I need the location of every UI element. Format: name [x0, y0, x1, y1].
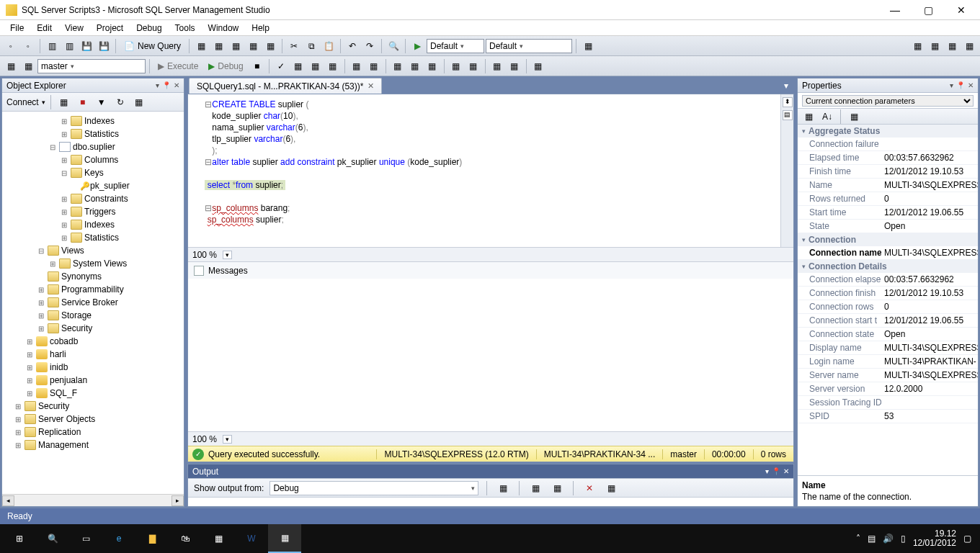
panel-dropdown-icon[interactable]: ▾ — [156, 81, 159, 89]
tray-network-icon[interactable]: ▤ — [868, 534, 876, 544]
property-row[interactable]: Connection start t12/01/2012 19.06.55 — [798, 314, 978, 328]
object-explorer-icon[interactable]: ▦ — [944, 38, 960, 54]
xmla-query-icon[interactable]: ▦ — [262, 38, 278, 54]
expand-icon[interactable]: ⊞ — [14, 428, 22, 436]
property-row[interactable]: Server version12.0.2000 — [798, 382, 978, 396]
property-row[interactable]: Display nameMULTI-34\SQLEXPRESS — [798, 341, 978, 355]
categorized-icon[interactable]: ▦ — [801, 109, 816, 125]
expand-icon[interactable]: ⊞ — [25, 377, 34, 385]
tree-node[interactable]: ⊞Security — [2, 400, 184, 413]
menu-window[interactable]: Window — [202, 22, 245, 35]
tree-node[interactable]: ⊞cobadb — [2, 335, 184, 348]
property-group[interactable]: ▾ Connection — [798, 233, 978, 246]
property-row[interactable]: Connection stateOpen — [798, 328, 978, 341]
props-pin-icon[interactable]: 📍 — [956, 81, 965, 89]
tab-dropdown-icon[interactable]: ▾ — [778, 78, 794, 94]
output-dropdown-icon[interactable]: ▾ — [765, 467, 769, 475]
uncomment-icon[interactable]: ▦ — [466, 58, 481, 74]
property-row[interactable]: Elapsed time00:03:57.6632962 — [798, 151, 978, 165]
alphabetical-icon[interactable]: A↓ — [819, 109, 835, 125]
expand-icon[interactable]: ⊞ — [37, 312, 45, 320]
undo-icon[interactable]: ↶ — [344, 38, 360, 54]
menu-project[interactable]: Project — [91, 22, 129, 35]
save-all-icon[interactable]: 💾 — [96, 38, 112, 54]
props-dropdown-icon[interactable]: ▾ — [950, 81, 953, 89]
tree-node[interactable]: ⊞Management — [2, 439, 184, 451]
change-connection-icon[interactable]: ▦ — [3, 58, 19, 74]
tree-node[interactable]: 🔑pk_suplier — [2, 179, 184, 192]
edge-icon[interactable]: e — [102, 524, 135, 553]
estimated-plan-icon[interactable]: ▦ — [290, 58, 306, 74]
debug-button[interactable]: ▶ Debug — [204, 61, 247, 71]
execute-button[interactable]: ▶ Execute — [153, 61, 202, 71]
expand-icon[interactable]: ⊞ — [14, 415, 22, 423]
results-file-icon[interactable]: ▦ — [424, 58, 440, 74]
app1-icon[interactable]: ▦ — [202, 524, 235, 553]
tree-node[interactable]: ⊞Indexes — [2, 218, 184, 231]
properties-grid[interactable]: ▾ Aggregate StatusConnection failureElap… — [798, 125, 978, 475]
properties-selector[interactable]: Current connection parameters — [798, 93, 978, 109]
property-row[interactable]: Connection rows0 — [798, 300, 978, 314]
db-engine-query-icon[interactable]: ▦ — [193, 38, 209, 54]
tray-volume-icon[interactable]: 🔊 — [883, 534, 894, 544]
expand-icon[interactable]: ⊟ — [60, 169, 68, 177]
template-browser-icon[interactable]: ▦ — [961, 38, 977, 54]
registered-servers-icon[interactable]: ▦ — [927, 38, 943, 54]
expand-icon[interactable]: ⊞ — [14, 403, 22, 410]
cut-icon[interactable]: ✂ — [286, 38, 302, 54]
property-row[interactable]: Connection failure — [798, 138, 978, 151]
tree-node[interactable]: ⊞Server Objects — [2, 413, 184, 426]
menu-debug[interactable]: Debug — [130, 22, 167, 35]
menu-view[interactable]: View — [59, 22, 89, 35]
expand-icon[interactable]: ⊞ — [60, 221, 68, 229]
include-stats-icon[interactable]: ▦ — [366, 58, 382, 74]
new-project-icon[interactable]: ▥ — [44, 38, 60, 54]
expand-icon[interactable]: ⊞ — [60, 208, 68, 216]
available-db-icon[interactable]: ▦ — [20, 58, 36, 74]
output-find-icon[interactable]: ▦ — [495, 480, 511, 496]
panel-close-icon[interactable]: ✕ — [174, 81, 179, 89]
split-icon[interactable]: ⬍ — [783, 97, 793, 107]
tab-close-icon[interactable]: ✕ — [368, 81, 374, 91]
zoom-value-2[interactable]: 100 % — [192, 434, 217, 444]
expand-icon[interactable]: ⊞ — [60, 117, 68, 125]
include-plan-icon[interactable]: ▦ — [349, 58, 365, 74]
tray-clock[interactable]: 19.1212/01/2012 — [913, 529, 956, 548]
activity-monitor-icon[interactable]: ▦ — [580, 38, 596, 54]
object-explorer-tree[interactable]: ⊞Indexes⊞Statistics⊟dbo.suplier⊞Columns⊟… — [2, 112, 184, 494]
menu-edit[interactable]: Edit — [31, 22, 58, 35]
zoom-dropdown-icon[interactable]: ▾ — [223, 251, 232, 259]
save-icon[interactable]: 💾 — [79, 38, 94, 54]
tree-node[interactable]: ⊞System Views — [2, 257, 184, 270]
tree-node[interactable]: ⊞inidb — [2, 361, 184, 374]
expand-icon[interactable]: ⊞ — [37, 325, 45, 333]
property-row[interactable]: Connection nameMULTI-34\SQLEXPRESS — [798, 246, 978, 260]
tree-node[interactable]: Synonyms — [2, 270, 184, 283]
property-row[interactable]: Session Tracing ID — [798, 396, 978, 410]
expand-icon[interactable]: ⊞ — [25, 364, 34, 372]
props-close-icon[interactable]: ✕ — [968, 81, 974, 89]
expand-icon[interactable]: ⊞ — [25, 338, 34, 346]
specify-values-icon[interactable]: ▦ — [530, 58, 546, 74]
output-close-icon[interactable]: ✕ — [783, 467, 789, 475]
tray-lang-icon[interactable]: ▯ — [901, 534, 906, 544]
property-row[interactable]: Server nameMULTI-34\SQLEXPRESS — [798, 369, 978, 382]
search-taskbar-icon[interactable]: 🔍 — [36, 524, 69, 553]
file-explorer-icon[interactable]: ▇ — [135, 524, 169, 553]
filter-icon[interactable]: ▼ — [94, 94, 110, 110]
copy-icon[interactable]: ⧉ — [303, 38, 319, 54]
intellisense-icon[interactable]: ▦ — [325, 58, 341, 74]
pin-icon[interactable]: 📍 — [162, 81, 171, 89]
ssms-taskbar-icon[interactable]: ▦ — [268, 524, 301, 553]
expand-icon[interactable]: ⊞ — [48, 260, 57, 268]
tray-notifications-icon[interactable]: ▢ — [963, 534, 971, 544]
maximize-button[interactable]: ▢ — [918, 4, 938, 16]
expand-icon[interactable]: ⊞ — [60, 234, 68, 242]
property-row[interactable]: SPID53 — [798, 410, 978, 423]
tree-node[interactable]: ⊞Service Broker — [2, 296, 184, 309]
tree-node[interactable]: ⊞Security — [2, 322, 184, 335]
system-tray[interactable]: ˄ ▤ 🔊 ▯ 19.1212/01/2012 ▢ — [856, 529, 977, 548]
tree-node[interactable]: ⊞Programmability — [2, 283, 184, 296]
zoom-value[interactable]: 100 % — [192, 250, 217, 260]
tree-node[interactable]: ⊞Storage — [2, 309, 184, 322]
